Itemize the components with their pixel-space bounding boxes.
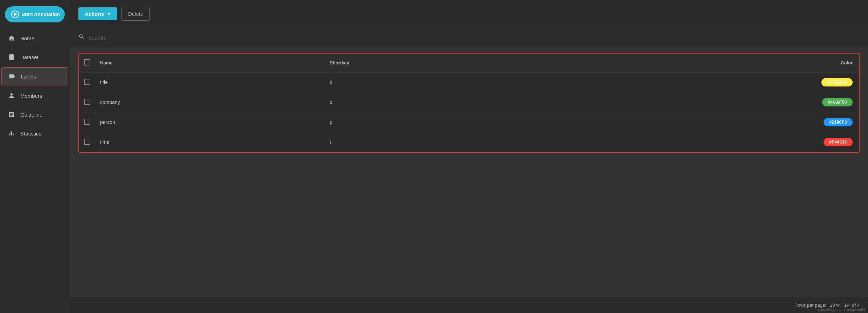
delete-label: Delete bbox=[128, 11, 143, 17]
search-input[interactable] bbox=[88, 35, 860, 41]
table-area: Name Shortkey Color title k #FFEB3B comp… bbox=[70, 47, 868, 297]
row-shortkey-3: t bbox=[323, 132, 550, 152]
chevron-down-icon: ▼ bbox=[107, 12, 111, 16]
select-all-header[interactable] bbox=[79, 54, 94, 72]
table-row: person p #2196F3 bbox=[79, 112, 859, 132]
start-annotation-label: Start Annotation bbox=[22, 12, 60, 17]
row-shortkey-0: k bbox=[323, 72, 550, 92]
row-name-0: title bbox=[94, 72, 323, 92]
actions-label: Actions bbox=[85, 11, 104, 17]
name-column-header: Name bbox=[94, 54, 323, 72]
sidebar-item-label-guideline: Guideline bbox=[20, 112, 42, 118]
guideline-icon bbox=[8, 111, 15, 118]
shortkey-column-header: Shortkey bbox=[323, 54, 550, 72]
row-checkbox-1[interactable] bbox=[84, 99, 90, 105]
rows-per-page-label: Rows per page: bbox=[794, 302, 826, 308]
sidebar-item-dataset[interactable]: Dataset bbox=[1, 48, 68, 66]
color-badge-1: #4CAF50 bbox=[822, 98, 853, 106]
labels-icon bbox=[8, 72, 16, 80]
start-annotation-button[interactable]: Start Annotation bbox=[5, 6, 65, 22]
sidebar-item-statistics[interactable]: Statistics bbox=[1, 125, 68, 142]
members-icon bbox=[8, 92, 15, 99]
dataset-icon bbox=[8, 53, 15, 61]
play-icon bbox=[11, 11, 19, 18]
row-shortkey-1: c bbox=[323, 92, 550, 112]
search-bar bbox=[70, 28, 868, 47]
labels-table-wrapper: Name Shortkey Color title k #FFEB3B comp… bbox=[78, 53, 860, 153]
labels-table: Name Shortkey Color title k #FFEB3B comp… bbox=[79, 54, 859, 152]
color-badge-0: #FFEB3B bbox=[821, 78, 853, 86]
row-shortkey-2: p bbox=[323, 112, 550, 132]
sidebar-item-labels[interactable]: Labels bbox=[1, 67, 68, 85]
statistics-icon bbox=[8, 130, 15, 137]
row-name-1: company bbox=[94, 92, 323, 112]
row-checkbox-0[interactable] bbox=[84, 79, 90, 85]
sidebar-item-members[interactable]: Members bbox=[1, 87, 68, 104]
toolbar: Actions ▼ Delete bbox=[70, 0, 868, 28]
actions-button[interactable]: Actions ▼ bbox=[78, 7, 117, 20]
sidebar-item-label-home: Home bbox=[20, 35, 34, 41]
row-checkbox-cell-2[interactable] bbox=[79, 112, 94, 132]
table-footer: Rows per page: 10 25 50 1-4 of 4 bbox=[70, 297, 868, 313]
row-checkbox-cell-0[interactable] bbox=[79, 72, 94, 92]
sidebar-item-guideline[interactable]: Guideline bbox=[1, 106, 68, 123]
row-color-3: #F44336 bbox=[550, 132, 859, 152]
sidebar-item-label-dataset: Dataset bbox=[20, 54, 38, 60]
sidebar-item-label-members: Members bbox=[20, 93, 42, 99]
home-icon bbox=[8, 34, 15, 42]
page-info: 1-4 of 4 bbox=[844, 302, 860, 308]
select-all-checkbox[interactable] bbox=[84, 59, 90, 65]
row-name-3: time bbox=[94, 132, 323, 152]
watermark: https://blog.csdn.net/jclian91 bbox=[817, 307, 865, 312]
sidebar-item-home[interactable]: Home bbox=[1, 29, 68, 47]
color-badge-3: #F44336 bbox=[824, 138, 853, 146]
row-color-0: #FFEB3B bbox=[550, 72, 859, 92]
row-checkbox-cell-1[interactable] bbox=[79, 92, 94, 112]
table-row: company c #4CAF50 bbox=[79, 92, 859, 112]
sidebar: Start Annotation Home Dataset Labels Mem… bbox=[0, 0, 70, 313]
delete-button[interactable]: Delete bbox=[121, 7, 150, 21]
sidebar-item-label-labels: Labels bbox=[21, 74, 36, 79]
row-name-2: person bbox=[94, 112, 323, 132]
row-color-2: #2196F3 bbox=[550, 112, 859, 132]
row-checkbox-2[interactable] bbox=[84, 119, 90, 125]
row-checkbox-3[interactable] bbox=[84, 139, 90, 145]
table-row: title k #FFEB3B bbox=[79, 72, 859, 92]
color-column-header: Color bbox=[550, 54, 859, 72]
sidebar-item-label-statistics: Statistics bbox=[20, 131, 41, 137]
row-color-1: #4CAF50 bbox=[550, 92, 859, 112]
search-icon bbox=[78, 34, 85, 41]
main-content: Actions ▼ Delete Name Shortkey bbox=[70, 0, 868, 313]
table-row: time t #F44336 bbox=[79, 132, 859, 152]
table-header-row: Name Shortkey Color bbox=[79, 54, 859, 72]
row-checkbox-cell-3[interactable] bbox=[79, 132, 94, 152]
color-badge-2: #2196F3 bbox=[824, 118, 853, 126]
